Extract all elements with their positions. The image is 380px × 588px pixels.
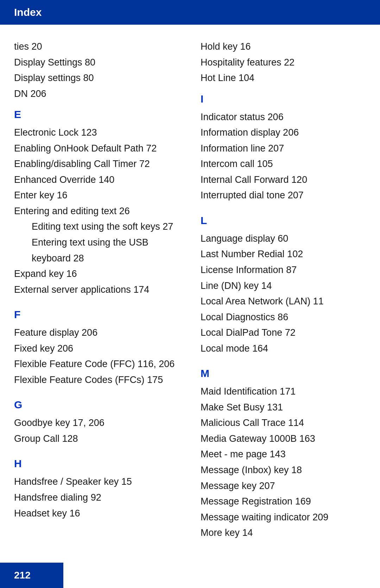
list-item: Display settings 80 (14, 70, 179, 86)
list-item: Maid Identification 171 (201, 384, 366, 400)
list-item: Local Diagnostics 86 (201, 309, 366, 325)
section-letter-h: H (14, 458, 179, 470)
list-item: Local DialPad Tone 72 (201, 325, 366, 341)
list-item: ties 20 (14, 39, 179, 55)
list-item: Hold key 16 (201, 39, 366, 55)
list-item: Expand key 16 (14, 266, 179, 282)
list-item: Media Gateway 1000B 163 (201, 431, 366, 447)
list-item: Entering and editing text 26 (14, 203, 179, 219)
section-letter-e: E (14, 109, 179, 120)
section-h: H Handsfree / Speaker key 15Handsfree di… (14, 458, 179, 521)
section-letter-g: G (14, 399, 179, 411)
list-item: Information line 207 (201, 141, 366, 156)
section-e: E Electronic Lock 123Enabling OnHook Def… (14, 109, 179, 297)
list-item: Meet - me page 143 (201, 446, 366, 462)
header-title: Index (14, 6, 42, 18)
list-item: Enabling/disabling Call Timer 72 (14, 156, 179, 172)
list-item: Handsfree dialing 92 (14, 490, 179, 506)
list-item: Interrupted dial tone 207 (201, 187, 366, 203)
header-bar: Index (0, 0, 380, 25)
top-entries-left: ties 20Display Settings 80Display settin… (14, 39, 179, 101)
section-i: I Indicator status 206Information displa… (201, 93, 366, 203)
list-item: Message waiting indicator 209 (201, 509, 366, 525)
list-item: Language display 60 (201, 231, 366, 247)
section-letter-f: F (14, 309, 179, 321)
list-item: Make Set Busy 131 (201, 400, 366, 415)
content-area: ties 20Display Settings 80Display settin… (0, 39, 380, 552)
list-item: Flexible Feature Codes (FFCs) 175 (14, 372, 179, 388)
section-f: F Feature display 206Fixed key 206Flexib… (14, 309, 179, 388)
list-item: Local Area Network (LAN) 11 (201, 293, 366, 309)
list-item: External server applications 174 (14, 282, 179, 298)
footer-page-number: 212 (14, 570, 31, 581)
list-item: DN 206 (14, 86, 179, 102)
list-item: Handsfree / Speaker key 15 (14, 474, 179, 490)
section-l: L Language display 60Last Number Redial … (201, 215, 366, 356)
list-item: Enhanced Override 140 (14, 172, 179, 188)
section-m: M Maid Identification 171Make Set Busy 1… (201, 367, 366, 540)
list-item: Headset key 16 (14, 506, 179, 521)
section-letter-l: L (201, 215, 366, 227)
list-item: Malicious Call Trace 114 (201, 415, 366, 431)
section-letter-m: M (201, 367, 366, 379)
list-item: Entering text using the USB keyboard 28 (14, 235, 179, 266)
list-item: Group Call 128 (14, 431, 179, 447)
list-item: Message (Inbox) key 18 (201, 462, 366, 478)
list-item: Enter key 16 (14, 187, 179, 203)
list-item: Electronic Lock 123 (14, 125, 179, 141)
left-column: ties 20Display Settings 80Display settin… (14, 39, 179, 552)
list-item: Flexible Feature Code (FFC) 116, 206 (14, 356, 179, 372)
list-item: Fixed key 206 (14, 341, 179, 357)
list-item: Display Settings 80 (14, 55, 179, 70)
top-entries-right: Hold key 16Hospitality features 22Hot Li… (201, 39, 366, 86)
list-item: Last Number Redial 102 (201, 246, 366, 262)
section-g: G Goodbye key 17, 206Group Call 128 (14, 399, 179, 446)
footer-bar: 212 (0, 563, 63, 588)
section-letter-i: I (201, 93, 366, 105)
list-item: Local mode 164 (201, 341, 366, 357)
list-item: Enabling OnHook Default Path 72 (14, 141, 179, 156)
list-item: Indicator status 206 (201, 109, 366, 125)
list-item: Information display 206 (201, 125, 366, 141)
list-item: Message Registration 169 (201, 494, 366, 509)
right-column: Hold key 16Hospitality features 22Hot Li… (201, 39, 366, 552)
list-item: License Information 87 (201, 262, 366, 278)
list-item: Hot Line 104 (201, 70, 366, 86)
list-item: Line (DN) key 14 (201, 278, 366, 294)
list-item: Internal Call Forward 120 (201, 172, 366, 188)
list-item: Hospitality features 22 (201, 55, 366, 70)
list-item: Goodbye key 17, 206 (14, 415, 179, 431)
list-item: Editing text using the soft keys 27 (14, 219, 179, 235)
list-item: More key 14 (201, 525, 366, 541)
list-item: Message key 207 (201, 478, 366, 494)
list-item: Feature display 206 (14, 325, 179, 341)
list-item: Intercom call 105 (201, 156, 366, 172)
